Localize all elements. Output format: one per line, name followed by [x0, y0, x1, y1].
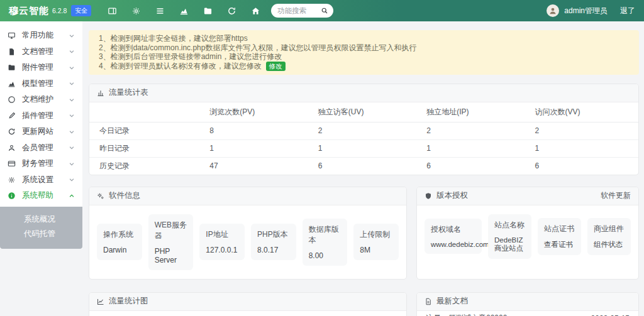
alert-line: 4、检测到管理员默认名称没有修改，建议您修改 修改: [99, 62, 629, 71]
sidebar-item-document-management[interactable]: 文档管理: [0, 44, 82, 60]
sidebar-item-update-site[interactable]: 更新网站: [0, 124, 82, 140]
chevron-down-icon: [69, 97, 75, 103]
view-certificate-link[interactable]: 查看证书: [544, 240, 575, 249]
license-card: 商业组件 组件状态: [587, 218, 631, 255]
table-row: 历史记录 47 6 6 6: [89, 157, 638, 175]
panel-title: 最新文档: [436, 296, 468, 307]
software-info-cards: 操作系统 Darwin WEB服务器 PHP Server IP地址 127.0…: [89, 205, 406, 279]
sidebar-item-label: 附件管理: [22, 62, 53, 73]
card-label: 站点证书: [544, 224, 575, 234]
info-circle-icon: [8, 192, 16, 200]
alert-line: 3、检测到后台管理登录链接带admin，建议您进行修改: [99, 52, 629, 62]
traffic-table: 浏览次数(PV) 独立访客(UV) 独立地址(IP) 访问次数(VV) 今日记录…: [89, 102, 638, 175]
document-icon: [8, 48, 16, 56]
cell-value: 2: [421, 122, 530, 139]
license-card: 站点证书 查看证书: [538, 218, 581, 255]
sidebar-item-label: 模型管理: [22, 79, 53, 89]
card-value: 8.00: [309, 251, 341, 260]
main-content: 1、检测到网址非安全链接，建议您部署https 2、检测到data/common…: [82, 21, 644, 316]
user-icon: [8, 144, 16, 152]
traffic-stats-header: 流量统计表: [89, 84, 638, 102]
sidebar-item-document-maintenance[interactable]: 文档维护: [0, 92, 82, 108]
menu-list-icon[interactable]: [155, 6, 165, 16]
sidebar-item-label: 文档管理: [22, 46, 53, 57]
search-input[interactable]: [277, 7, 318, 14]
traffic-chart-panel: 流量统计图 2520: [89, 292, 407, 316]
logout-button[interactable]: 退了: [620, 6, 635, 16]
sidebar-item-plugin-management[interactable]: 插件管理: [0, 108, 82, 124]
table-row: 昨日记录 1 1 1 1: [89, 139, 638, 157]
sidebar-subitem-system-overview[interactable]: 系统概况: [0, 212, 82, 227]
panel-toggle-icon[interactable]: [108, 6, 117, 16]
doc-title-link[interactable]: 这是一篇测试文章60000: [426, 313, 507, 316]
search-icon[interactable]: [321, 7, 328, 14]
component-status-link[interactable]: 组件状态: [594, 240, 625, 249]
row-label: 今日记录: [89, 122, 204, 139]
cell-value: 6: [313, 157, 421, 175]
sidebar-subitem-code-hosting[interactable]: 代码托管: [0, 227, 82, 242]
card-value: 127.0.0.1: [206, 246, 238, 254]
sidebar-item-label: 系统帮助: [22, 190, 53, 201]
topbar-user-area: admin管理员 退了: [547, 4, 635, 17]
card-value: PHP Server: [155, 247, 187, 264]
col-pv: 浏览次数(PV): [204, 102, 313, 123]
fix-button[interactable]: 修改: [266, 62, 286, 71]
license-header: 版本授权 软件更新: [417, 187, 638, 205]
software-info-header: 软件信息: [89, 187, 406, 205]
traffic-chart-svg: 2520: [89, 311, 406, 316]
folder-icon[interactable]: [203, 6, 213, 16]
brush-icon: [8, 112, 16, 120]
info-card: 操作系统 Darwin: [97, 224, 142, 260]
brand-title: 穆云智能: [9, 5, 49, 17]
panel-title: 流量统计图: [109, 296, 148, 307]
gear-icon: [8, 176, 16, 184]
card-value: 8M: [360, 246, 392, 254]
chevron-down-icon: [69, 80, 75, 87]
cell-value: 6: [530, 157, 638, 175]
monitor-icon: [8, 31, 16, 40]
sidebar-item-label: 更新网站: [22, 126, 53, 137]
license-panel: 版本授权 软件更新 授权域名 www.dedebiz.com 站点名称 Dede…: [416, 187, 639, 280]
username-label[interactable]: admin管理员: [564, 6, 608, 16]
sidebar-item-label: 常用功能: [22, 30, 53, 41]
sidebar-item-finance-management[interactable]: 财务管理: [0, 156, 82, 172]
chart-bar-icon: [8, 80, 16, 88]
chart-area-icon[interactable]: [179, 6, 189, 16]
card-label: 上传限制: [360, 229, 392, 240]
chevron-down-icon: [69, 33, 75, 39]
card-label: IP地址: [206, 229, 238, 240]
info-card: 数据库版本 8.00: [303, 219, 348, 266]
cell-value: 47: [204, 157, 313, 175]
sidebar-item-model-management[interactable]: 模型管理: [0, 76, 82, 92]
license-cards: 授权域名 www.dedebiz.com 站点名称 DedeBIZ商业站点 站点…: [417, 205, 638, 268]
empty-header-cell: [89, 102, 204, 123]
security-badge: 安全: [71, 5, 91, 16]
card-label: PHP版本: [257, 229, 290, 240]
avatar[interactable]: [547, 4, 559, 17]
chevron-down-icon: [69, 129, 75, 135]
home-icon[interactable]: [251, 6, 260, 16]
refresh-icon[interactable]: [227, 6, 236, 16]
settings-icon[interactable]: [131, 6, 141, 16]
sidebar-item-system-help[interactable]: 系统帮助: [0, 188, 82, 204]
cell-value: 1: [421, 139, 530, 157]
chevron-down-icon: [69, 161, 75, 167]
traffic-chart-body: 2520: [89, 311, 406, 316]
table-row: 今日记录 8 2 2 2: [89, 122, 638, 139]
row-label: 历史记录: [89, 157, 204, 175]
sidebar-item-common-functions[interactable]: 常用功能: [0, 28, 82, 44]
circle-icon: [8, 95, 16, 104]
col-uv: 独立访客(UV): [313, 102, 421, 123]
sidebar-item-member-management[interactable]: 会员管理: [0, 140, 82, 156]
latest-docs-header: 最新文档: [417, 293, 638, 311]
credit-card-icon: [8, 160, 16, 168]
card-label: 授权域名: [431, 224, 475, 235]
sidebar-item-label: 会员管理: [22, 143, 53, 153]
alert-line: 2、检测到data/common.inc.php数据库文件写入权限，建议您以管理…: [99, 43, 629, 53]
software-update-link[interactable]: 软件更新: [601, 190, 631, 201]
gears-icon: [97, 192, 104, 200]
sidebar-item-attachment-management[interactable]: 附件管理: [0, 60, 82, 76]
sidebar-item-system-settings[interactable]: 系统设置: [0, 172, 82, 188]
info-card: WEB服务器 PHP Server: [148, 214, 194, 270]
version-label: 6.2.8: [52, 7, 67, 14]
